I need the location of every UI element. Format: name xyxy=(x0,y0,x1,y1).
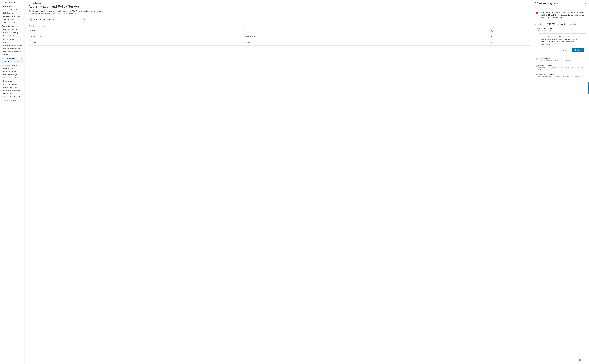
sidebar-item[interactable]: Stealthwatch xyxy=(0,92,24,95)
breadcrumb: Settings / External Services xyxy=(28,2,586,4)
alert-success: Settings have been updated. xyxy=(28,17,86,22)
chevron-down-icon xyxy=(21,25,22,27)
add-button[interactable]: Add xyxy=(28,25,36,27)
timeline-step: Establishing trust...Reading, validating… xyxy=(537,58,586,61)
breadcrumb-root[interactable]: Settings xyxy=(28,2,34,4)
table-header[interactable]: IP Address xyxy=(28,29,243,33)
sidebar-item[interactable]: Cisco DNA - Cloud xyxy=(0,70,24,73)
error-icon xyxy=(536,12,538,14)
table-row[interactable]: 10.4.48.50RADIUSAAA xyxy=(28,39,586,46)
sidebar-item[interactable]: Cloud Access Login xyxy=(0,73,24,76)
panel-title: ISE server Integration xyxy=(534,2,559,5)
sidebar-scrollbar[interactable] xyxy=(24,5,25,364)
sidebar-item[interactable]: SNMP xyxy=(0,53,24,57)
sidebar-item[interactable]: Configuration Archive xyxy=(0,28,24,31)
check-icon xyxy=(30,19,32,21)
sidebar-item[interactable]: Webex Integration xyxy=(0,98,24,102)
svg-point-3 xyxy=(2,2,3,2)
sidebar-item[interactable]: ICMP Ping xyxy=(0,41,24,44)
servers-table: IP AddressProtocolType 172.23.240.152RAD… xyxy=(28,29,586,46)
sidebar-item[interactable]: Cisco AI Analytics xyxy=(0,67,24,70)
close-button[interactable]: Close xyxy=(576,358,586,362)
sidebar-item[interactable]: Network Resync Interval xyxy=(0,47,24,50)
timeline-step: Connecting to pxGrid...Loading and valid… xyxy=(537,73,586,77)
sidebar-item[interactable]: Integrity Verification xyxy=(0,86,24,89)
sidebar-item[interactable]: ThousandEyes Integration xyxy=(0,95,24,98)
sidebar-item[interactable]: Authentication and Policy Serv... xyxy=(0,60,24,64)
sidebar-item[interactable]: CMX Servers/Cisco Spaces xyxy=(0,64,24,67)
export-button[interactable]: Export xyxy=(38,25,45,27)
sidebar-item[interactable]: Smart Licensing xyxy=(0,21,24,24)
close-icon[interactable] xyxy=(584,2,586,5)
chevron-down-icon xyxy=(34,26,36,27)
sidebar-item[interactable]: Smart Account xyxy=(0,18,24,21)
sidebar-item[interactable]: IP Address Manager xyxy=(0,83,24,86)
panel-scroll-thumb[interactable] xyxy=(589,82,589,94)
sidebar-item[interactable]: Device Controllability xyxy=(0,31,24,34)
breadcrumb-current: External Services xyxy=(35,2,47,4)
nav-group-1[interactable]: Device Settings xyxy=(0,24,24,28)
pending-icon xyxy=(536,65,537,67)
sidebar-item[interactable]: PnP Device Authorization xyxy=(0,50,24,53)
close-icon[interactable] xyxy=(83,18,85,20)
alert-error-text: This is the first time Cisco DNA Center … xyxy=(539,12,584,19)
view-certificate-link[interactable]: View certificate xyxy=(541,44,584,46)
sidebar-item[interactable]: Destinations xyxy=(0,79,24,83)
search-bar[interactable] xyxy=(0,0,25,5)
nav-group-0[interactable]: Cisco Accounts xyxy=(0,5,24,8)
pending-icon xyxy=(536,74,537,75)
sidebar-item[interactable]: Device Prompts xyxy=(0,38,24,41)
certificate-box: This is the first time Cisco DNA Center … xyxy=(538,33,586,54)
page-description: Use this form to specify the servers tha… xyxy=(28,10,104,15)
table-row[interactable]: 172.23.240.152RADIUS_TACACSISE xyxy=(28,33,586,39)
page-title: Authentication and Policy Servers xyxy=(28,5,586,8)
alert-success-text: Settings have been updated. xyxy=(34,19,55,20)
sidebar-item[interactable]: Machine Reasoning Engine xyxy=(0,89,24,92)
nav-group-2[interactable]: External Services xyxy=(0,57,24,60)
alert-error: This is the first time Cisco DNA Center … xyxy=(534,10,586,20)
pending-icon xyxy=(536,58,537,60)
sidebar-item[interactable]: Image Distribution Servers xyxy=(0,44,24,47)
sidebar-item[interactable]: Device EULA Acceptance xyxy=(0,34,24,38)
sidebar-item[interactable]: SSM Connection Mode xyxy=(0,15,24,18)
accept-button[interactable]: Accept xyxy=(559,48,570,52)
timeline-step: Initiating connection...less than a minu… xyxy=(537,28,586,54)
table-header[interactable]: Protocol xyxy=(243,29,490,33)
menu-search-icon xyxy=(1,1,3,3)
error-icon xyxy=(536,28,537,29)
panel-subtitle: Integration of 172.23.240.152 is waiting… xyxy=(534,23,586,25)
chevron-down-icon xyxy=(21,6,22,7)
sidebar-item[interactable]: Cloud Authentication xyxy=(0,76,24,79)
chevron-down-icon[interactable] xyxy=(534,28,535,30)
search-input[interactable] xyxy=(4,1,25,3)
timeline-step: Discovering nodes...Discovering Cisco IS… xyxy=(537,65,586,70)
chevron-down-icon xyxy=(21,58,22,59)
sidebar-item[interactable]: Cisco.com Credentials xyxy=(0,8,24,11)
decline-button[interactable]: Decline xyxy=(572,48,584,52)
sidebar-item[interactable]: PnP Connect xyxy=(0,11,24,15)
